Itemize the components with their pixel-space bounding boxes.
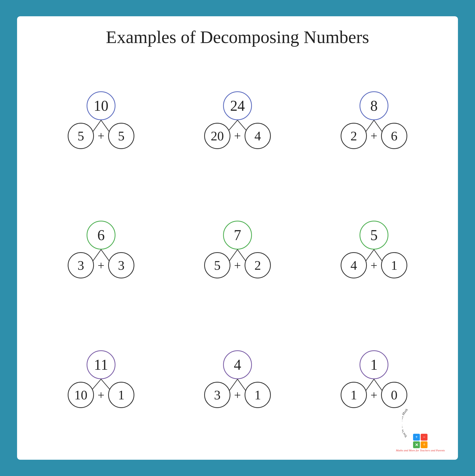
tree-1-plus: + bbox=[98, 129, 104, 143]
tree-9-branches: 1 + 0 bbox=[341, 379, 407, 408]
tree-cell-6: 5 4 + 1 bbox=[306, 185, 442, 315]
tree-4-branches: 3 + 3 bbox=[68, 250, 134, 278]
tree-cell-7: 11 10 + 1 bbox=[33, 314, 169, 444]
tree-6-plus: + bbox=[371, 258, 377, 272]
tree-2-plus: + bbox=[234, 129, 241, 143]
tree-1-top-circle: 10 bbox=[87, 91, 115, 120]
tree-3-top-node: 8 bbox=[360, 91, 388, 120]
tree-9-bottom-row: 1 + 0 bbox=[341, 382, 407, 408]
tree-7-right-circle: 1 bbox=[108, 382, 134, 408]
tree-7-left-circle: 10 bbox=[68, 382, 94, 408]
tree-6-top-circle: 5 bbox=[360, 221, 388, 250]
tree-7: 11 10 + 1 bbox=[68, 350, 134, 408]
tree-5-bottom-row: 5 + 2 bbox=[204, 252, 271, 278]
tree-9-top-node: 1 bbox=[360, 350, 388, 379]
tree-5-left-circle: 5 bbox=[204, 252, 230, 278]
tree-9: 1 1 + 0 bbox=[341, 350, 407, 408]
tree-4-left-circle: 3 bbox=[68, 252, 94, 278]
tree-8-top-node: 4 bbox=[223, 350, 252, 379]
tree-6-right-circle: 1 bbox=[381, 252, 407, 278]
tree-4-right-circle: 3 bbox=[108, 252, 134, 278]
svg-text:You've Got This Math: You've Got This Math bbox=[402, 408, 409, 439]
tree-6-bottom-row: 4 + 1 bbox=[341, 252, 407, 278]
tree-1-branches: 5 + 5 bbox=[68, 120, 134, 149]
tree-5-right-circle: 2 bbox=[245, 252, 271, 278]
tree-grid: 10 5 + 5 bbox=[33, 55, 442, 444]
tree-5-plus: + bbox=[234, 258, 241, 272]
tree-2: 24 20 + 4 bbox=[204, 91, 271, 149]
logo-plus-icon: + bbox=[413, 434, 420, 441]
tree-1: 10 5 + 5 bbox=[68, 91, 134, 149]
tree-6: 5 4 + 1 bbox=[341, 221, 407, 278]
tree-cell-1: 10 5 + 5 bbox=[33, 55, 169, 185]
tree-5-top-node: 7 bbox=[223, 221, 252, 250]
logo-multiply-icon: ✕ bbox=[413, 441, 420, 448]
tree-8-bottom-row: 3 + 1 bbox=[204, 382, 271, 408]
tree-7-plus: + bbox=[98, 388, 104, 402]
tree-2-bottom-row: 20 + 4 bbox=[204, 123, 271, 149]
tree-9-plus: + bbox=[371, 388, 377, 402]
tree-3-branches: 2 + 6 bbox=[341, 120, 407, 149]
tree-2-top-node: 24 bbox=[223, 91, 252, 120]
tree-6-top-node: 5 bbox=[360, 221, 388, 250]
tree-4-top-circle: 6 bbox=[87, 221, 115, 250]
tree-9-right-circle: 0 bbox=[381, 382, 407, 408]
tree-9-top-circle: 1 bbox=[360, 350, 388, 379]
page-title: Examples of Decomposing Numbers bbox=[106, 27, 369, 47]
logo-icons-grid: + − ✕ ÷ bbox=[413, 434, 428, 448]
tree-5-top-circle: 7 bbox=[223, 221, 252, 250]
tree-3-top-circle: 8 bbox=[360, 91, 388, 120]
tree-1-right-circle: 5 bbox=[108, 123, 134, 149]
logo-minus-icon: − bbox=[421, 434, 428, 441]
tree-3-right-circle: 6 bbox=[381, 123, 407, 149]
tree-cell-3: 8 2 + 6 bbox=[306, 55, 442, 185]
tree-8-right-circle: 1 bbox=[245, 382, 271, 408]
tree-3-left-circle: 2 bbox=[341, 123, 367, 149]
main-card: Examples of Decomposing Numbers 10 bbox=[17, 16, 458, 460]
tree-4-plus: + bbox=[98, 258, 104, 272]
tree-8-branches: 3 + 1 bbox=[204, 379, 271, 408]
tree-7-top-circle: 11 bbox=[87, 350, 115, 379]
tree-3: 8 2 + 6 bbox=[341, 91, 407, 149]
tree-3-plus: + bbox=[371, 129, 377, 143]
tree-8-left-circle: 3 bbox=[204, 382, 230, 408]
tree-7-bottom-row: 10 + 1 bbox=[68, 382, 134, 408]
tree-4-top-node: 6 bbox=[87, 221, 115, 250]
tree-7-top-node: 11 bbox=[87, 350, 115, 379]
tree-cell-4: 6 3 + 3 bbox=[33, 185, 169, 315]
logo-divide-icon: ÷ bbox=[421, 441, 428, 448]
tree-cell-8: 4 3 + 1 bbox=[169, 314, 306, 444]
tree-6-left-circle: 4 bbox=[341, 252, 367, 278]
tree-2-top-circle: 24 bbox=[223, 91, 252, 120]
tree-8-top-circle: 4 bbox=[223, 350, 252, 379]
tree-5: 7 5 + 2 bbox=[204, 221, 271, 278]
tree-4: 6 3 + 3 bbox=[68, 221, 134, 278]
tree-5-branches: 5 + 2 bbox=[204, 250, 271, 278]
tree-1-left-circle: 5 bbox=[68, 123, 94, 149]
tree-8-plus: + bbox=[234, 388, 241, 402]
tree-6-branches: 4 + 1 bbox=[341, 250, 407, 278]
tree-1-top-node: 10 bbox=[87, 91, 115, 120]
tree-2-left-circle: 20 bbox=[204, 123, 230, 149]
tree-2-branches: 20 + 4 bbox=[204, 120, 271, 149]
tree-1-bottom-row: 5 + 5 bbox=[68, 123, 134, 149]
logo-area: You've Got This Math + − ✕ ÷ Maths and M… bbox=[396, 408, 445, 452]
tree-9-left-circle: 1 bbox=[341, 382, 367, 408]
tree-4-bottom-row: 3 + 3 bbox=[68, 252, 134, 278]
tree-3-bottom-row: 2 + 6 bbox=[341, 123, 407, 149]
tree-8: 4 3 + 1 bbox=[204, 350, 271, 408]
tree-7-branches: 10 + 1 bbox=[68, 379, 134, 408]
logo-tagline: Maths and More for Teachers and Parents bbox=[396, 449, 445, 452]
tree-cell-5: 7 5 + 2 bbox=[169, 185, 306, 315]
tree-cell-2: 24 20 + 4 bbox=[169, 55, 306, 185]
tree-2-right-circle: 4 bbox=[245, 123, 271, 149]
